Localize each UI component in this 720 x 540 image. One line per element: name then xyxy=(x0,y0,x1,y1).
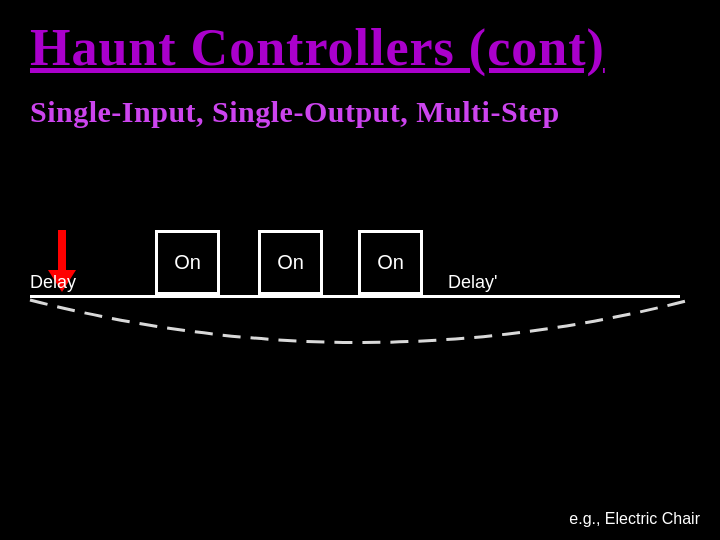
footer-label: e.g., Electric Chair xyxy=(569,510,700,528)
on-block-3: On xyxy=(358,230,423,295)
on-block-1: On xyxy=(155,230,220,295)
dashed-arc xyxy=(0,295,720,395)
title: Haunt Controllers (cont) xyxy=(0,0,720,77)
diagram-area: Delay On On On Delay' xyxy=(0,230,720,410)
signal-row: Delay On On On Delay' xyxy=(0,230,720,300)
subtitle: Single-Input, Single-Output, Multi-Step xyxy=(0,77,720,129)
delay-label: Delay xyxy=(30,272,76,293)
on-block-2: On xyxy=(258,230,323,295)
delay2-label: Delay' xyxy=(448,272,497,293)
